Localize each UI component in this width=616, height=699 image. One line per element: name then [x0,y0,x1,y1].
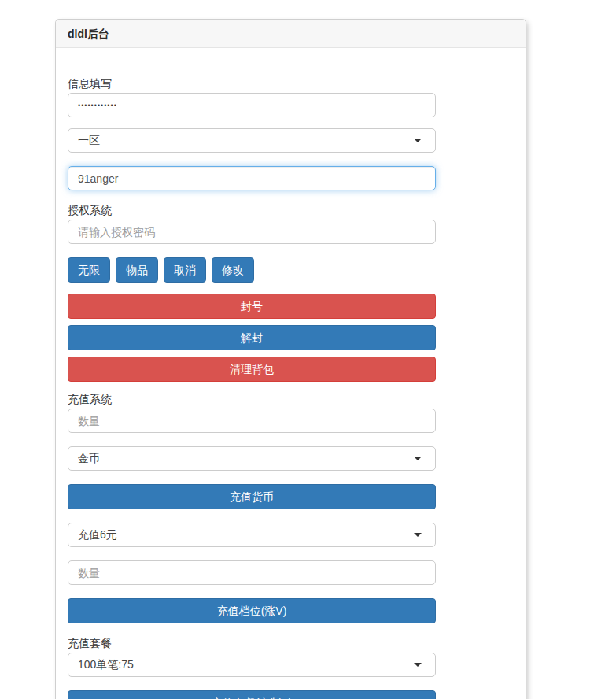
action-button-row: 无限 物品 取消 修改 [68,257,436,283]
currency-select-value: 金币 [78,452,100,466]
unlimited-button[interactable]: 无限 [68,257,110,283]
admin-panel-card: dldl后台 信息填写 一区 授权系统 无限 物品 取消 修改 封号 解封 清理… [55,19,526,699]
chevron-down-icon [414,139,422,142]
items-button[interactable]: 物品 [116,257,158,283]
account-input[interactable] [68,166,436,190]
recharge-currency-button[interactable]: 充值货币 [68,484,436,509]
panel-title: dldl后台 [68,28,109,40]
auth-section-label: 授权系统 [68,204,514,216]
recharge-tier-button[interactable]: 充值档位(涨V) [68,598,436,623]
ban-account-button[interactable]: 封号 [68,294,436,319]
currency-quantity-input[interactable] [68,409,436,433]
tier-quantity-input[interactable] [68,560,436,585]
recharge-section-label: 充值系统 [68,393,514,405]
cancel-button[interactable]: 取消 [164,257,206,283]
clear-backpack-button[interactable]: 清理背包 [68,357,436,382]
masked-password-input[interactable] [68,93,436,117]
chevron-down-icon [414,533,422,537]
zone-select[interactable]: 一区 [68,128,436,153]
recharge-package-button[interactable]: 充值套餐(定制V) [68,690,436,699]
package-section-label: 充值套餐 [68,637,514,649]
currency-select[interactable]: 金币 [68,446,436,471]
zone-select-value: 一区 [78,134,100,148]
package-select-value: 100单笔:75 [78,658,134,672]
recharge-tier-select-value: 充值6元 [78,528,117,542]
info-section-label: 信息填写 [68,77,514,90]
panel-body: 信息填写 一区 授权系统 无限 物品 取消 修改 封号 解封 清理背包 充值系统… [56,48,526,699]
auth-password-input[interactable] [68,220,436,244]
unban-account-button[interactable]: 解封 [68,325,436,350]
panel-header: dldl后台 [56,20,526,48]
chevron-down-icon [414,663,422,667]
recharge-tier-select[interactable]: 充值6元 [68,523,436,547]
modify-button[interactable]: 修改 [212,257,254,283]
package-select[interactable]: 100单笔:75 [68,653,436,677]
chevron-down-icon [414,457,422,460]
